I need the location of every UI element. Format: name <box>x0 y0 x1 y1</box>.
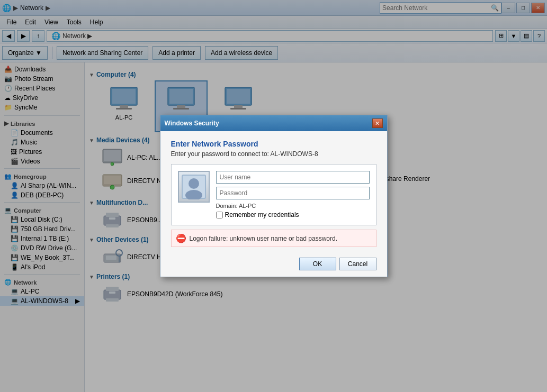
dialog-buttons: OK Cancel <box>160 253 387 277</box>
form-fields: Domain: AL-PC Remember my credentials <box>216 171 370 218</box>
ok-button[interactable]: OK <box>299 258 336 270</box>
error-message: Logon failure: unknown user name or bad … <box>190 235 338 242</box>
user-avatar <box>178 171 210 203</box>
windows-security-dialog: Windows Security ✕ Enter Network Passwor… <box>160 115 388 277</box>
domain-text: Domain: AL-PC <box>216 203 370 209</box>
dialog-titlebar: Windows Security ✕ <box>160 115 387 131</box>
remember-label: Remember my credentials <box>225 211 299 218</box>
svg-point-37 <box>189 178 199 189</box>
dialog-content: Enter Network Password Enter your passwo… <box>160 131 387 253</box>
remember-row: Remember my credentials <box>216 211 370 218</box>
dialog-body: Domain: AL-PC Remember my credentials <box>171 164 376 225</box>
avatar-icon <box>181 174 207 199</box>
remember-checkbox[interactable] <box>216 212 223 218</box>
username-input[interactable] <box>216 171 370 184</box>
dialog-subtitle: Enter your password to connect to: AL-WI… <box>171 150 376 158</box>
error-row: ⛔ Logon failure: unknown user name or ba… <box>171 230 376 247</box>
dialog-heading: Enter Network Password <box>171 140 376 148</box>
dialog-overlay: Windows Security ✕ Enter Network Passwor… <box>0 0 547 392</box>
error-icon: ⛔ <box>176 233 186 243</box>
password-input[interactable] <box>216 187 370 199</box>
dialog-title: Windows Security <box>165 120 219 127</box>
cancel-button[interactable]: Cancel <box>339 258 376 270</box>
dialog-close-button[interactable]: ✕ <box>372 118 383 128</box>
